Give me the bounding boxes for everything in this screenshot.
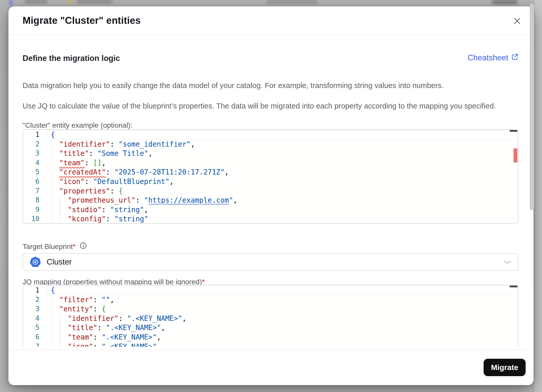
code-token xyxy=(51,305,59,313)
entity-example-label: "Cluster" entity example (optional): xyxy=(23,121,132,129)
code-token: : xyxy=(89,149,97,157)
window-edge-column xyxy=(535,0,542,392)
code-token: "identifier" xyxy=(59,140,110,148)
line-number: 3 xyxy=(23,149,44,158)
jq-mapping-editor[interactable]: 1234567 { "filter": "", "entity": { "ide… xyxy=(23,285,518,347)
line-number: 10 xyxy=(23,214,44,224)
code-token: "title" xyxy=(59,149,89,157)
code-token: " xyxy=(229,196,233,204)
code-token: "DefaultBlueprint" xyxy=(93,177,170,186)
code-token: "title" xyxy=(68,323,97,332)
code-token: : xyxy=(97,323,106,332)
code-token: [] xyxy=(93,159,102,167)
target-blueprint-select[interactable]: Cluster xyxy=(23,253,518,271)
required-asterisk: * xyxy=(73,243,76,251)
code-token: , xyxy=(161,323,165,332)
code-token xyxy=(51,196,68,204)
line-number: 5 xyxy=(23,167,44,177)
editor-code: { "identifier": "some_identifier", "titl… xyxy=(51,130,514,224)
code-token: "string" xyxy=(110,205,144,214)
code-token: , xyxy=(110,296,114,304)
code-token: { xyxy=(102,305,106,313)
code-token: , xyxy=(157,342,161,347)
target-blueprint-label-text: Target Blueprint* xyxy=(23,243,76,251)
code-token xyxy=(51,177,59,186)
code-token: , xyxy=(144,205,148,214)
info-icon[interactable] xyxy=(80,242,87,251)
code-token xyxy=(51,215,68,223)
code-token: https://example.com xyxy=(148,196,229,204)
code-token: "team" xyxy=(68,333,93,341)
code-token xyxy=(51,187,59,195)
code-token: "createdAt" xyxy=(59,168,106,176)
code-line: "kconfig": "string" xyxy=(51,214,514,224)
entity-example-editor[interactable]: 12345678910 { "identifier": "some_identi… xyxy=(23,129,518,224)
code-line: { xyxy=(51,130,514,139)
cheatsheet-label: Cheatsheet xyxy=(467,53,508,62)
code-token: "kconfig" xyxy=(68,215,106,223)
section-header-row: Define the migration logic Cheatsheet xyxy=(23,54,518,65)
code-line: "team": ".<KEY_NAME>", xyxy=(51,332,514,342)
bg-blur-yellow xyxy=(67,0,71,3)
dialog-header: Migrate "Cluster" entities xyxy=(8,6,534,35)
line-number: 7 xyxy=(23,342,44,347)
line-number: 6 xyxy=(23,332,44,342)
code-token xyxy=(51,296,59,304)
code-line: "createdAt": "2025-07-28T11:20:17.271Z", xyxy=(51,167,514,177)
code-line: "filter": "", xyxy=(51,295,514,304)
dialog-title: Migrate "Cluster" entities xyxy=(23,15,141,26)
page-scrollbar[interactable] xyxy=(530,4,534,210)
code-token: : xyxy=(110,187,119,195)
code-token: : xyxy=(110,140,119,148)
target-blueprint-value: Cluster xyxy=(47,257,72,267)
dialog-footer: Migrate xyxy=(8,350,534,385)
code-token: : xyxy=(136,196,144,204)
code-token: , xyxy=(170,177,174,186)
bg-blur-blue xyxy=(10,0,12,6)
code-token: ".<KEY_NAME>" xyxy=(102,342,157,347)
code-token xyxy=(51,159,59,167)
editor-gutter: 1234567 xyxy=(23,286,44,347)
dialog-body: Define the migration logic Cheatsheet Da… xyxy=(8,35,534,350)
code-token: "properties" xyxy=(59,187,110,195)
line-number: 5 xyxy=(23,323,44,332)
code-token xyxy=(51,323,68,332)
code-token: , xyxy=(225,168,229,176)
code-token: "prometheus_url" xyxy=(68,196,136,204)
indent-guide xyxy=(51,295,52,347)
code-token: "entity" xyxy=(59,305,93,313)
line-number: 7 xyxy=(23,186,44,196)
code-token xyxy=(51,342,68,347)
cheatsheet-link[interactable]: Cheatsheet xyxy=(467,53,518,62)
code-token: ".<KEY_NAME>" xyxy=(127,314,182,322)
code-token: "Some Title" xyxy=(97,149,148,157)
line-number: 8 xyxy=(23,195,44,205)
code-line: "properties": { xyxy=(51,186,514,196)
code-token: , xyxy=(233,196,237,204)
code-token: "team" xyxy=(59,159,85,167)
code-token: "icon" xyxy=(68,342,93,347)
line-number: 1 xyxy=(23,286,44,295)
code-line: "title": "Some Title", xyxy=(51,149,514,158)
line-number: 4 xyxy=(23,158,44,168)
code-token: : xyxy=(102,205,110,214)
line-number: 1 xyxy=(23,130,44,139)
indent-guide xyxy=(51,139,52,224)
code-token: , xyxy=(157,333,161,341)
code-token: "" xyxy=(102,296,110,304)
code-token: { xyxy=(51,130,55,139)
code-token: : xyxy=(93,333,102,341)
kubernetes-icon xyxy=(30,256,41,268)
migrate-button[interactable]: Migrate xyxy=(484,359,526,376)
line-number: 9 xyxy=(23,205,44,214)
code-token: : xyxy=(106,168,114,176)
close-button[interactable] xyxy=(512,16,522,26)
line-number: 2 xyxy=(23,295,44,304)
description-paragraph-2: Use JQ to calculate the value of the blu… xyxy=(23,102,518,110)
code-token: , xyxy=(102,159,106,167)
code-token: { xyxy=(51,286,55,294)
code-token: : xyxy=(85,177,93,186)
code-line: "entity": { xyxy=(51,304,514,314)
code-token xyxy=(51,314,68,322)
code-token: ".<KEY_NAME>" xyxy=(102,333,157,341)
